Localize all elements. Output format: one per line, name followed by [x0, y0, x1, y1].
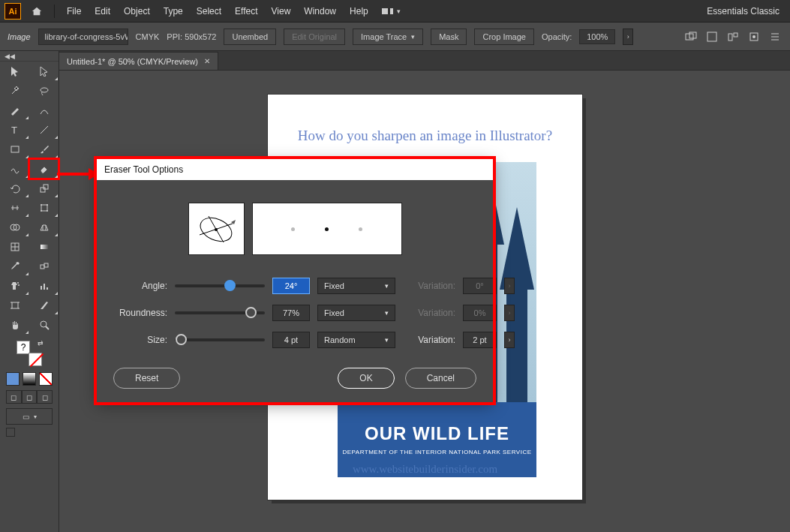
svg-point-16 — [47, 210, 48, 212]
artboard-tool[interactable] — [0, 296, 29, 315]
hand-tool[interactable] — [0, 315, 29, 335]
size-slider[interactable] — [175, 338, 265, 341]
perspective-grid-tool[interactable] — [29, 218, 59, 237]
menu-object[interactable]: Object — [118, 3, 156, 20]
zoom-tool[interactable] — [29, 315, 59, 335]
size-input[interactable]: 4 pt — [272, 332, 310, 348]
edit-toolbar-icon[interactable] — [6, 428, 15, 437]
opacity-field[interactable]: 100% — [579, 29, 615, 44]
eraser-tool[interactable] — [29, 159, 59, 179]
document-tab[interactable]: Untitled-1* @ 50% (CMYK/Preview) ✕ — [59, 52, 218, 70]
linked-file-field[interactable]: library-of-congress-5vW...▾ — [38, 29, 128, 45]
workspace-switcher[interactable]: Essentials Classic — [701, 3, 785, 20]
svg-point-27 — [197, 213, 236, 245]
shape-builder-tool[interactable] — [0, 218, 29, 237]
lasso-tool[interactable] — [29, 81, 59, 101]
magic-wand-tool[interactable] — [0, 81, 29, 101]
angle-input[interactable]: 24° — [272, 278, 310, 294]
pen-tool[interactable] — [0, 101, 29, 120]
scale-tool[interactable] — [29, 179, 59, 198]
symbol-sprayer-tool[interactable] — [0, 276, 29, 296]
stroke-swatch[interactable] — [29, 353, 42, 366]
roundness-slider[interactable] — [175, 311, 265, 314]
transform-icon[interactable] — [704, 29, 719, 44]
menu-window[interactable]: Window — [298, 3, 342, 20]
dialog-title[interactable]: Eraser Tool Options — [97, 159, 493, 180]
swap-fill-stroke-icon[interactable]: ⇄ — [38, 339, 44, 347]
reset-button[interactable]: Reset — [113, 368, 180, 389]
menu-effect[interactable]: Effect — [229, 3, 263, 20]
close-tab-icon[interactable]: ✕ — [204, 57, 210, 65]
rotate-tool[interactable] — [0, 179, 29, 198]
direct-selection-tool[interactable] — [29, 62, 59, 81]
paintbrush-tool[interactable] — [29, 140, 59, 159]
gradient-tool[interactable] — [29, 237, 59, 257]
color-mode-solid[interactable] — [6, 372, 20, 386]
angle-slider[interactable] — [175, 284, 265, 287]
opacity-more-button[interactable]: › — [623, 29, 633, 45]
toolbox-collapse-icon[interactable]: ◀◀ — [0, 51, 59, 62]
color-mode-none[interactable] — [39, 372, 53, 386]
crop-image-button[interactable]: Crop Image — [474, 29, 533, 45]
menu-help[interactable]: Help — [344, 3, 374, 20]
svg-rect-25 — [12, 302, 18, 308]
svg-rect-0 — [686, 34, 693, 40]
control-bar: Image library-of-congress-5vW...▾ CMYK P… — [0, 23, 790, 51]
line-segment-tool[interactable] — [29, 120, 59, 140]
roundness-input[interactable]: 77% — [272, 305, 310, 321]
menu-view[interactable]: View — [266, 3, 297, 20]
app-logo: Ai — [5, 3, 21, 20]
arrange-documents-icon[interactable]: ▾ — [382, 8, 404, 15]
brush-shape-preview[interactable] — [188, 203, 245, 255]
slice-tool[interactable] — [29, 296, 59, 315]
angle-variation-more: › — [504, 278, 515, 294]
rectangle-tool[interactable] — [0, 140, 29, 159]
blend-tool[interactable] — [29, 257, 59, 276]
align-icon[interactable] — [683, 29, 698, 44]
svg-point-13 — [41, 204, 42, 206]
cancel-button[interactable]: Cancel — [405, 368, 476, 389]
angle-variation-label: Variation: — [403, 281, 455, 291]
mesh-tool[interactable] — [0, 237, 29, 257]
draw-mode-row: ◻ ◻ ◻ — [6, 390, 53, 404]
size-mode-dropdown[interactable]: Random▾ — [317, 332, 395, 348]
curvature-tool[interactable] — [29, 101, 59, 120]
menu-file[interactable]: File — [61, 3, 87, 20]
edit-contents-icon[interactable] — [746, 29, 761, 44]
angle-mode-dropdown[interactable]: Fixed▾ — [317, 278, 395, 294]
isolate-icon[interactable] — [725, 29, 740, 44]
draw-normal-icon[interactable]: ◻ — [6, 390, 22, 404]
ok-button[interactable]: OK — [338, 368, 394, 389]
screen-mode-button[interactable]: ▭▾ — [6, 408, 53, 425]
mask-button[interactable]: Mask — [431, 29, 467, 45]
footer-url: www.websitebuilderinsider.com — [268, 463, 582, 476]
draw-inside-icon[interactable]: ◻ — [37, 390, 53, 404]
size-variation-more[interactable]: › — [504, 332, 515, 348]
svg-rect-20 — [41, 245, 48, 249]
menu-edit[interactable]: Edit — [89, 3, 116, 20]
selection-kind-label: Image — [8, 32, 31, 41]
roundness-variation-more: › — [504, 305, 515, 321]
shaper-tool[interactable] — [0, 159, 29, 179]
column-graph-tool[interactable] — [29, 276, 59, 296]
fill-stroke-indicator[interactable]: ? ⇄ — [17, 341, 42, 366]
svg-point-17 — [11, 224, 17, 230]
poster-title: OUR WILD LIFE — [338, 423, 536, 444]
type-tool[interactable]: T — [0, 120, 29, 140]
unembed-button[interactable]: Unembed — [224, 29, 276, 45]
svg-rect-21 — [41, 265, 44, 269]
image-trace-button[interactable]: Image Trace▾ — [353, 29, 423, 45]
roundness-mode-dropdown[interactable]: Fixed▾ — [317, 305, 395, 321]
selection-tool[interactable] — [0, 62, 29, 81]
home-icon[interactable] — [30, 5, 44, 18]
free-transform-tool[interactable] — [29, 198, 59, 218]
draw-behind-icon[interactable]: ◻ — [22, 390, 38, 404]
menu-type[interactable]: Type — [158, 3, 189, 20]
svg-rect-10 — [41, 188, 45, 192]
preferences-icon[interactable] — [767, 29, 782, 44]
color-mode-gradient[interactable] — [23, 372, 36, 386]
size-variation-input[interactable]: 2 pt — [463, 332, 497, 348]
eyedropper-tool[interactable] — [0, 257, 29, 276]
width-tool[interactable] — [0, 198, 29, 218]
menu-select[interactable]: Select — [191, 3, 227, 20]
